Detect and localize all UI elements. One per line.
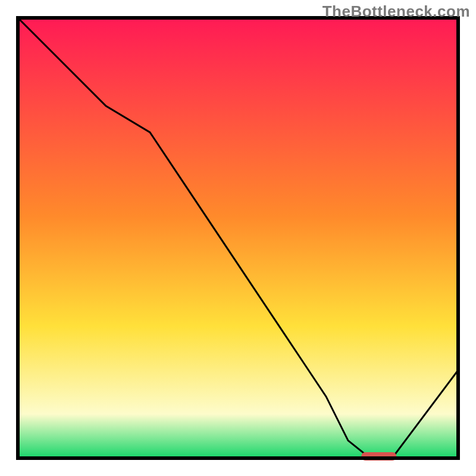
chart-svg: [0, 0, 476, 476]
site-watermark: TheBottleneck.com: [322, 2, 470, 21]
chart-frame: TheBottleneck.com: [0, 0, 476, 476]
